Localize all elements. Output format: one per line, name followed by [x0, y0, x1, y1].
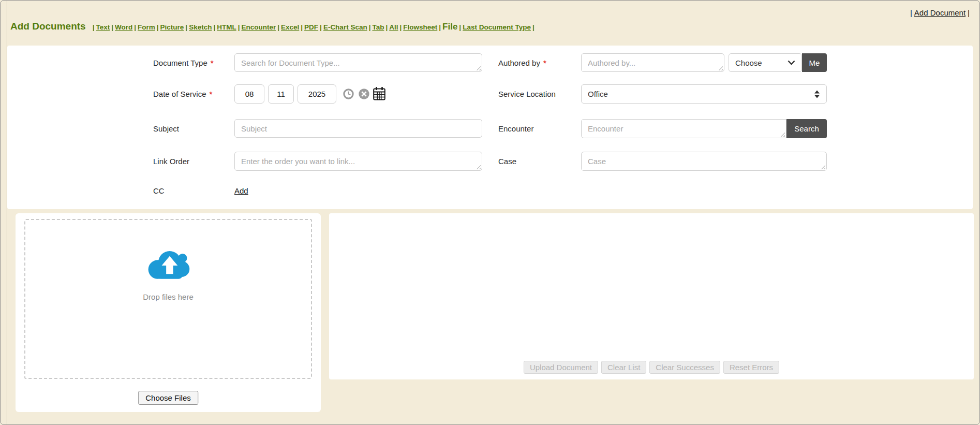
link-order-label: Link Order	[153, 157, 189, 166]
clear-list-button[interactable]: Clear List	[601, 361, 646, 374]
date-of-service-label: Date of Service*	[153, 90, 212, 98]
nav-separator: |	[301, 23, 303, 31]
case-input[interactable]	[581, 152, 827, 171]
encounter-search-button[interactable]: Search	[786, 119, 827, 138]
cloud-upload-icon	[143, 247, 193, 282]
top-right-nav: |Add Document|	[908, 8, 972, 17]
nav-link-excel[interactable]: Excel	[281, 23, 299, 31]
nav-separator: |	[459, 23, 461, 31]
reset-errors-button[interactable]: Reset Errors	[723, 361, 779, 374]
document-form-panel: Document Type* Authored by* Choose Me Da…	[7, 46, 973, 209]
subject-input[interactable]	[234, 119, 482, 138]
date-month-input[interactable]	[234, 84, 264, 104]
service-location-label: Service Location	[498, 90, 556, 98]
drop-zone[interactable]: Drop files here	[24, 219, 312, 379]
file-upload-panel: Drop files here Choose Files	[16, 213, 321, 412]
cc-add-link[interactable]: Add	[234, 186, 248, 195]
clock-icon[interactable]	[343, 88, 354, 100]
cc-label: CC	[153, 186, 165, 195]
encounter-label: Encounter	[498, 124, 533, 133]
nav-separator: |	[157, 23, 159, 31]
authored-by-input[interactable]	[581, 53, 724, 72]
choose-files-button[interactable]: Choose Files	[138, 391, 198, 405]
upload-list-panel: Upload Document Clear List Clear Success…	[329, 213, 974, 379]
choose-author-select[interactable]: Choose	[729, 53, 802, 72]
nav-separator: |	[213, 23, 215, 31]
add-document-link[interactable]: Add Document	[914, 8, 966, 17]
nav-link-picture[interactable]: Picture	[160, 23, 184, 31]
document-type-label: Document Type*	[153, 58, 214, 67]
nav-separator: |	[320, 23, 322, 31]
nav-separator: |	[93, 23, 95, 31]
clear-date-icon[interactable]	[358, 88, 370, 100]
nav-separator: |	[185, 23, 187, 31]
nav-link-html[interactable]: HTML	[217, 23, 236, 31]
nav-separator: |	[968, 8, 970, 17]
nav-link-file[interactable]: File	[442, 22, 457, 32]
authored-by-label: Authored by*	[498, 58, 546, 67]
nav-link-text[interactable]: Text	[96, 23, 110, 31]
nav-link-last-document-type[interactable]: Last Document Type	[463, 23, 531, 31]
me-button[interactable]: Me	[802, 53, 827, 72]
nav-link-all[interactable]: All	[389, 23, 398, 31]
date-year-input[interactable]	[298, 84, 336, 104]
upload-document-button[interactable]: Upload Document	[524, 361, 598, 374]
document-type-input[interactable]	[234, 53, 482, 72]
date-day-input[interactable]	[268, 84, 294, 104]
required-marker: *	[543, 58, 546, 67]
nav-separator: |	[910, 8, 912, 17]
nav-link-e-chart-scan[interactable]: E-Chart Scan	[323, 23, 367, 31]
page-title: Add Documents	[10, 21, 86, 32]
nav-separator: |	[399, 23, 402, 31]
required-marker: *	[211, 58, 214, 67]
required-marker: *	[210, 90, 213, 98]
service-location-select[interactable]: Office	[581, 84, 827, 104]
nav-separator: |	[111, 23, 113, 31]
nav-separator: |	[369, 23, 371, 31]
calendar-icon[interactable]	[373, 86, 386, 101]
nav-link-tab[interactable]: Tab	[372, 23, 384, 31]
nav-separator: |	[238, 23, 240, 31]
nav-link-encounter[interactable]: Encounter	[241, 23, 276, 31]
header-bar: Add Documents|Text|Word|Form|Picture|Ske…	[10, 21, 536, 32]
nav-separator: |	[532, 23, 534, 31]
nav-separator: |	[277, 23, 279, 31]
nav-link-pdf[interactable]: PDF	[304, 23, 318, 31]
nav-link-sketch[interactable]: Sketch	[189, 23, 212, 31]
subject-label: Subject	[153, 124, 179, 133]
link-order-input[interactable]	[234, 152, 482, 171]
case-label: Case	[498, 157, 516, 166]
upload-actions: Upload Document Clear List Clear Success…	[524, 361, 779, 374]
nav-separator: |	[439, 23, 441, 31]
nav-link-flowsheet[interactable]: Flowsheet	[403, 23, 437, 31]
nav-link-word[interactable]: Word	[115, 23, 132, 31]
encounter-input[interactable]	[581, 119, 786, 138]
clear-successes-button[interactable]: Clear Successes	[649, 361, 720, 374]
nav-separator: |	[134, 23, 136, 31]
nav-separator: |	[385, 23, 388, 31]
drop-files-text: Drop files here	[25, 292, 311, 301]
nav-link-form[interactable]: Form	[138, 23, 155, 31]
